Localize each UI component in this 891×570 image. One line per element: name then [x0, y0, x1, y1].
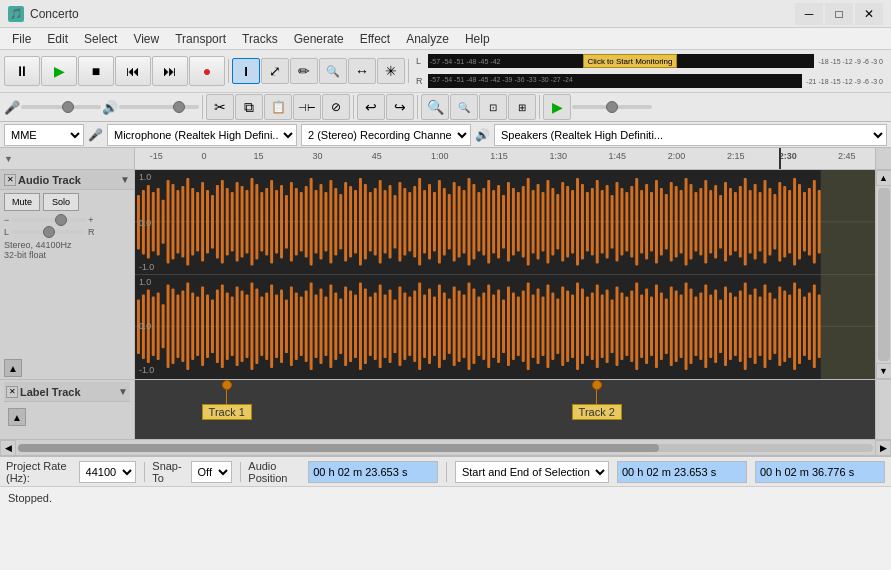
- track-close-button[interactable]: ✕: [4, 174, 16, 186]
- undo-button[interactable]: ↩: [357, 94, 385, 120]
- scroll-thumb-v[interactable]: [878, 188, 890, 361]
- play-button[interactable]: ▶: [41, 56, 77, 86]
- pause-button[interactable]: ⏸: [4, 56, 40, 86]
- zoom-in2-button[interactable]: 🔍: [421, 94, 449, 120]
- label-marker-track1[interactable]: Track 1: [202, 380, 252, 420]
- maximize-button[interactable]: □: [825, 3, 853, 25]
- output-volume-slider[interactable]: [119, 105, 199, 109]
- svg-rect-118: [694, 192, 697, 252]
- h-scroll-thumb[interactable]: [18, 444, 659, 452]
- svg-text:0.0: 0.0: [139, 218, 151, 228]
- menu-analyze[interactable]: Analyze: [398, 30, 457, 48]
- svg-rect-47: [344, 182, 347, 262]
- menu-effect[interactable]: Effect: [352, 30, 398, 48]
- microphone-select[interactable]: Microphone (Realtek High Defini...: [107, 124, 297, 146]
- svg-rect-237: [596, 284, 599, 368]
- label-track-expand-button[interactable]: ▲: [8, 408, 26, 426]
- h-scroll-track[interactable]: [18, 444, 873, 452]
- menu-help[interactable]: Help: [457, 30, 498, 48]
- svg-rect-44: [329, 180, 332, 264]
- audio-position-input[interactable]: [308, 461, 438, 483]
- paste-button[interactable]: 📋: [264, 94, 292, 120]
- play-btn2[interactable]: ▶: [543, 94, 571, 120]
- svg-rect-139: [798, 184, 801, 260]
- selection-tool-button[interactable]: I: [232, 58, 260, 84]
- timeline-ruler[interactable]: ▼ -15 0 15 30 45 1:00 1:15 1:30 1:45 2:0…: [0, 148, 891, 170]
- svg-rect-244: [630, 290, 633, 362]
- bottom-sep-1: [144, 462, 145, 482]
- svg-rect-254: [680, 294, 683, 358]
- selection-type-select[interactable]: Start and End of Selection: [455, 461, 609, 483]
- selection-start-input[interactable]: [617, 461, 747, 483]
- scroll-right-button[interactable]: ▶: [875, 440, 891, 456]
- app-title: Concerto: [30, 7, 795, 21]
- menu-transport[interactable]: Transport: [167, 30, 234, 48]
- label-track-arrow-icon[interactable]: ▼: [118, 386, 128, 397]
- cut-button[interactable]: ✂: [206, 94, 234, 120]
- svg-rect-55: [384, 190, 387, 254]
- draw-tool-button[interactable]: ✏: [290, 58, 318, 84]
- timeshift-tool-button[interactable]: ↔: [348, 58, 376, 84]
- audio-track-controls: ✕ Audio Track ▼ Mute Solo − + L R Stereo…: [0, 170, 135, 379]
- record-button[interactable]: ●: [189, 56, 225, 86]
- label-track-close-button[interactable]: ✕: [6, 386, 18, 398]
- silence-button[interactable]: ⊘: [322, 94, 350, 120]
- mute-button[interactable]: Mute: [4, 193, 40, 211]
- menu-view[interactable]: View: [125, 30, 167, 48]
- input-volume-slider[interactable]: [21, 105, 101, 109]
- channels-select[interactable]: 2 (Stereo) Recording Channels: [301, 124, 471, 146]
- redo-button[interactable]: ↪: [386, 94, 414, 120]
- vertical-scrollbar[interactable]: ▲ ▼: [875, 170, 891, 379]
- project-rate-select[interactable]: 44100: [79, 461, 136, 483]
- play-speed-slider[interactable]: [572, 105, 652, 109]
- solo-button[interactable]: Solo: [43, 193, 79, 211]
- menu-file[interactable]: File: [4, 30, 39, 48]
- label-marker-pin-1[interactable]: [222, 380, 232, 390]
- mic-icon: 🎤: [88, 128, 103, 142]
- zoom-out2-button[interactable]: 🔍: [450, 94, 478, 120]
- scroll-left-button[interactable]: ◀: [0, 440, 16, 456]
- minimize-button[interactable]: ─: [795, 3, 823, 25]
- menu-edit[interactable]: Edit: [39, 30, 76, 48]
- track-expand-button[interactable]: ▲: [4, 359, 22, 377]
- envelope-tool-button[interactable]: ⤢: [261, 58, 289, 84]
- label-marker-track2[interactable]: Track 2: [572, 380, 622, 420]
- multi-tool-button[interactable]: ✳: [377, 58, 405, 84]
- menu-generate[interactable]: Generate: [286, 30, 352, 48]
- menu-select[interactable]: Select: [76, 30, 125, 48]
- svg-rect-155: [191, 292, 194, 360]
- window-controls: ─ □ ✕: [795, 3, 883, 25]
- gain-slider[interactable]: [11, 218, 86, 222]
- driver-select[interactable]: MME: [4, 124, 84, 146]
- pan-slider[interactable]: [11, 230, 86, 234]
- svg-rect-107: [640, 190, 643, 254]
- svg-rect-183: [329, 284, 332, 368]
- scroll-down-button[interactable]: ▼: [876, 363, 892, 379]
- copy-button[interactable]: ⧉: [235, 94, 263, 120]
- trim-button[interactable]: ⊣⊢: [293, 94, 321, 120]
- zoom-fit-sel-button[interactable]: ⊡: [479, 94, 507, 120]
- speakers-select[interactable]: Speakers (Realtek High Definiti...: [494, 124, 887, 146]
- label-marker-text-1[interactable]: Track 1: [202, 404, 252, 420]
- label-track-content[interactable]: Track 1 Track 2: [135, 380, 875, 439]
- skip-back-button[interactable]: ⏮: [115, 56, 151, 86]
- scroll-up-button[interactable]: ▲: [876, 170, 892, 186]
- selection-end-input[interactable]: [755, 461, 885, 483]
- snap-to-select[interactable]: Off: [191, 461, 232, 483]
- zoom-fit-proj-button[interactable]: ⊞: [508, 94, 536, 120]
- stop-button[interactable]: ■: [78, 56, 114, 86]
- audio-track-waveform[interactable]: 1.0 0.0 -1.0 1.0 0.0 -1.0: [135, 170, 875, 379]
- zoom-in-button[interactable]: 🔍: [319, 58, 347, 84]
- track-arrow-icon[interactable]: ▼: [120, 174, 130, 185]
- svg-rect-239: [606, 289, 609, 363]
- horizontal-scrollbar[interactable]: ◀ ▶: [0, 440, 891, 456]
- label-marker-text-2[interactable]: Track 2: [572, 404, 622, 420]
- bottom-sep-2: [240, 462, 241, 482]
- skip-forward-button[interactable]: ⏭: [152, 56, 188, 86]
- label-marker-pin-2[interactable]: [592, 380, 602, 390]
- svg-rect-35: [285, 195, 288, 249]
- monitor-start-btn[interactable]: Click to Start Monitoring: [583, 54, 678, 68]
- svg-rect-31: [265, 188, 268, 256]
- close-button[interactable]: ✕: [855, 3, 883, 25]
- menu-tracks[interactable]: Tracks: [234, 30, 286, 48]
